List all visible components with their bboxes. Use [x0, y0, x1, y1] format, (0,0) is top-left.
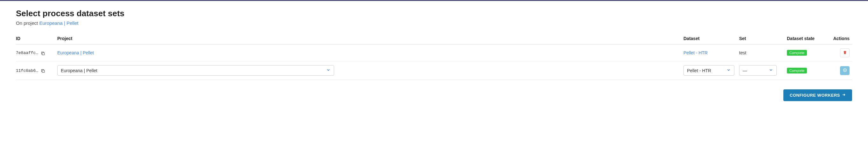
datasets-table: ID Project Dataset Set Dataset state Act…	[16, 33, 852, 80]
col-header-dataset: Dataset	[683, 33, 739, 44]
row-id: 11fc0ab6…	[16, 68, 38, 73]
row-id: 7e8aaffc…	[16, 51, 38, 55]
table-row: 7e8aaffc… Europeana | Pellet Pellet - HT…	[16, 44, 852, 61]
delete-button[interactable]	[840, 48, 849, 57]
col-header-set: Set	[739, 33, 787, 44]
subtitle-project-link[interactable]: Europeana | Pellet	[39, 20, 78, 26]
svg-rect-0	[42, 53, 44, 55]
row-dataset-link[interactable]: Pellet - HTR	[683, 50, 708, 55]
project-select[interactable]: Europeana | Pellet	[57, 65, 334, 76]
set-select[interactable]: —	[739, 65, 777, 76]
table-row: 11fc0ab6… Europeana | Pellet	[16, 61, 852, 80]
copy-icon[interactable]	[41, 50, 45, 55]
configure-workers-label: CONFIGURE WORKERS	[790, 93, 840, 98]
row-project-link[interactable]: Europeana | Pellet	[57, 50, 94, 55]
project-select-value: Europeana | Pellet	[61, 68, 97, 73]
chevron-down-icon	[326, 68, 331, 73]
col-header-id: ID	[16, 33, 57, 44]
row-set: test	[739, 50, 746, 55]
chevron-down-icon	[726, 68, 731, 73]
subtitle-prefix: On project	[16, 20, 39, 26]
configure-workers-button[interactable]: CONFIGURE WORKERS	[783, 89, 852, 101]
copy-icon[interactable]	[41, 68, 45, 73]
subtitle: On project Europeana | Pellet	[16, 20, 852, 26]
plus-circle-icon	[843, 68, 847, 73]
chevron-down-icon	[769, 68, 773, 73]
col-header-project: Project	[57, 33, 683, 44]
dataset-select-value: Pellet - HTR	[687, 68, 711, 73]
set-select-value: —	[743, 68, 747, 73]
state-badge: Complete	[787, 50, 807, 56]
dataset-select[interactable]: Pellet - HTR	[683, 65, 734, 76]
col-header-actions: Actions	[830, 33, 852, 44]
state-badge: Complete	[787, 68, 807, 73]
arrow-right-icon	[842, 93, 846, 98]
trash-icon	[843, 50, 847, 55]
add-button[interactable]	[840, 66, 849, 75]
svg-rect-1	[42, 70, 44, 72]
page-title: Select process dataset sets	[16, 8, 852, 19]
col-header-state: Dataset state	[787, 33, 830, 44]
